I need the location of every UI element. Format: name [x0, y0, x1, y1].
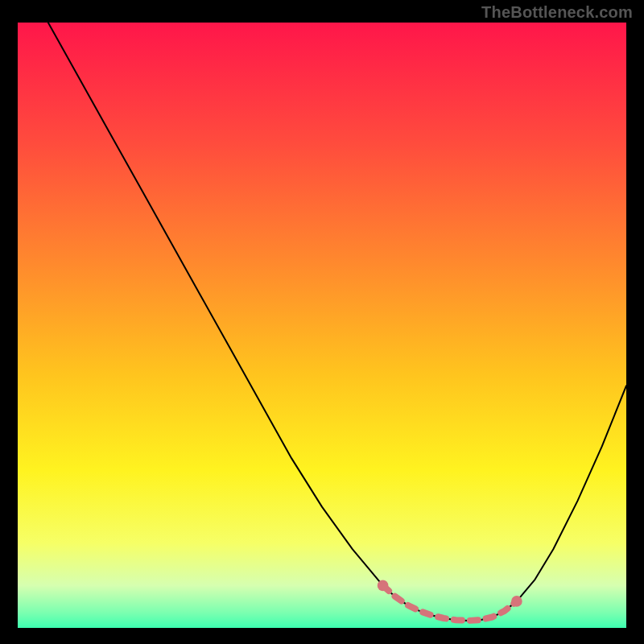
- plot-area: [18, 23, 626, 628]
- gradient-background: [18, 23, 626, 628]
- watermark-text: TheBottleneck.com: [481, 3, 633, 22]
- chart-svg: [18, 23, 626, 628]
- chart-frame: TheBottleneck.com: [0, 0, 644, 644]
